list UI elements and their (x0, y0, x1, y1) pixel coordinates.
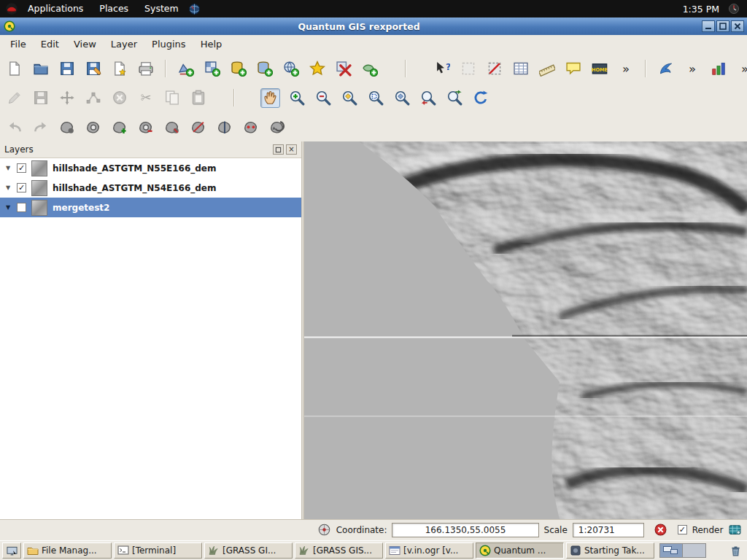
add-spatialite-layer-button[interactable] (255, 59, 274, 79)
menu-layer[interactable]: Layer (104, 35, 144, 54)
toggle-editing-icon (7, 90, 23, 106)
show-desktop-button[interactable] (2, 542, 21, 559)
zoom-out-button[interactable] (313, 88, 333, 108)
minimize-button[interactable] (702, 20, 715, 32)
trash-icon[interactable] (727, 542, 743, 559)
svg-text:HOME: HOME (592, 67, 608, 73)
maximize-button[interactable] (716, 20, 729, 32)
scale-input[interactable]: 1:20731 (573, 523, 644, 537)
new-project-button[interactable] (4, 59, 24, 79)
gnome-bottom-panel: File Manag...[Terminal][GRASS GI...[GRAS… (0, 540, 747, 560)
zoom-to-selection-button[interactable] (365, 88, 385, 108)
delete-selected-icon (112, 90, 128, 106)
coordinate-input[interactable]: 166.1350,55.0055 (392, 523, 538, 537)
workspace-2[interactable] (683, 544, 705, 557)
rotate-point-button[interactable] (267, 117, 287, 137)
add-postgis-layer-button[interactable] (228, 59, 248, 79)
delete-ring-button[interactable] (136, 117, 155, 137)
close-button[interactable] (731, 20, 744, 32)
add-part-button[interactable] (109, 117, 129, 137)
add-wfs-layer-button[interactable] (360, 59, 379, 79)
volume-icon[interactable] (727, 1, 741, 16)
open-project-button[interactable] (31, 59, 50, 79)
layer-label: hillshade_ASTGTM_N55E166_dem (53, 163, 217, 174)
menu-plugins[interactable]: Plugins (144, 35, 193, 54)
layer-expander-icon[interactable]: ▼ (4, 165, 12, 171)
add-wms-layer-button[interactable] (281, 59, 301, 79)
taskbar-item-v-in-ogr-v[interactable]: [v.in.ogr [v... (385, 542, 473, 559)
launcher-icon[interactable] (187, 1, 202, 16)
layer-item-hillshade-astgtm-n55e166-dem[interactable]: ▼✓hillshade_ASTGTM_N55E166_dem (0, 158, 301, 178)
map-canvas[interactable] (304, 141, 747, 519)
open-attribute-table-button[interactable] (511, 59, 530, 79)
whats-this-button[interactable]: ? (432, 59, 452, 79)
grass-tools-button[interactable] (656, 59, 676, 79)
zoom-to-layer-button[interactable] (392, 88, 411, 108)
places-menu[interactable]: Places (92, 0, 136, 18)
simplify-feature-button[interactable] (57, 117, 77, 137)
zoom-full-extent-button[interactable] (339, 88, 359, 108)
refresh-map-button[interactable] (471, 88, 490, 108)
panel-float-button[interactable] (273, 144, 284, 155)
print-composer-button[interactable] (109, 59, 129, 79)
panel-close-button[interactable]: × (286, 144, 297, 155)
measure-line-button[interactable] (537, 59, 557, 79)
projection-icon[interactable] (728, 524, 741, 537)
add-raster-layer-button[interactable] (202, 59, 222, 79)
taskbar-item-label: File Manag... (42, 545, 97, 556)
save-project-as-button[interactable] (83, 59, 103, 79)
print-button[interactable] (136, 59, 155, 79)
taskbar-item-starting-tak[interactable]: Starting Tak... (566, 542, 654, 559)
distro-menu-icon[interactable] (4, 1, 19, 16)
titlebar[interactable]: Quantum GIS rexported (0, 18, 747, 35)
deselect-features-button[interactable] (484, 59, 504, 79)
split-features-button[interactable] (214, 117, 234, 137)
delete-part-button[interactable] (162, 117, 182, 137)
menu-help[interactable]: Help (193, 35, 230, 54)
clock[interactable]: 1:35 PM (683, 4, 719, 15)
layer-visibility-checkbox[interactable] (17, 203, 26, 212)
layer-expander-icon[interactable]: ▼ (4, 184, 12, 191)
taskbar-item-quantum[interactable]: Quantum ... (476, 542, 564, 559)
workspace-1[interactable] (660, 544, 683, 557)
plugin-tool-button[interactable] (708, 59, 728, 79)
taskbar-item-grass-gis[interactable]: [GRASS GIS... (295, 542, 383, 559)
taskbar-item-grass-gi[interactable]: [GRASS GI... (204, 542, 293, 559)
layer-item-hillshade-astgtm-n54e166-dem[interactable]: ▼✓hillshade_ASTGTM_N54E166_dem (0, 178, 301, 198)
layer-visibility-checkbox[interactable]: ✓ (17, 183, 26, 192)
zoom-in-button[interactable] (287, 88, 306, 108)
workspace-switcher[interactable] (659, 543, 706, 558)
remove-layer-button[interactable] (333, 59, 353, 79)
toolbar-overflow-2-button[interactable]: » (682, 59, 702, 79)
open-attribute-table-icon (513, 61, 529, 77)
taskbar-item-terminal[interactable]: [Terminal] (114, 542, 202, 559)
layer-visibility-checkbox[interactable]: ✓ (17, 163, 26, 173)
toolbar-overflow-1-button[interactable]: » (616, 59, 635, 79)
merge-features-button[interactable] (241, 117, 260, 137)
pan-map-button[interactable] (260, 88, 280, 108)
save-project-button[interactable] (57, 59, 77, 79)
toolbar-overflow-3-button[interactable]: » (735, 59, 747, 79)
zoom-last-button[interactable] (418, 88, 438, 108)
stop-render-button[interactable] (654, 524, 667, 537)
extents-marker-icon[interactable] (318, 524, 331, 537)
add-ring-button[interactable] (83, 117, 103, 137)
map-tips-button[interactable] (563, 59, 583, 79)
status-bar: Coordinate: 166.1350,55.0055 Scale 1:207… (0, 519, 747, 540)
add-vector-layer-button[interactable] (176, 59, 196, 79)
taskbar-item-file-manag[interactable]: File Manag... (23, 542, 112, 559)
zoom-next-button[interactable] (444, 88, 464, 108)
system-menu[interactable]: System (137, 0, 186, 18)
menu-edit[interactable]: Edit (34, 35, 66, 54)
layer-item-mergetest2[interactable]: ▼mergetest2 (0, 198, 301, 217)
html-annotation-button[interactable]: HOME (589, 59, 609, 79)
reshape-features-button[interactable] (188, 117, 208, 137)
zoom-to-selection-icon (368, 90, 384, 106)
menu-view[interactable]: View (66, 35, 104, 54)
menu-file[interactable]: File (3, 35, 34, 54)
main-area: Layers × ▼✓hillshade_ASTGTM_N55E166_dem▼… (0, 141, 747, 519)
layer-expander-icon[interactable]: ▼ (4, 204, 12, 211)
applications-menu[interactable]: Applications (20, 0, 90, 18)
new-bookmark-button[interactable] (307, 59, 327, 79)
render-checkbox[interactable]: ✓ (678, 525, 687, 534)
